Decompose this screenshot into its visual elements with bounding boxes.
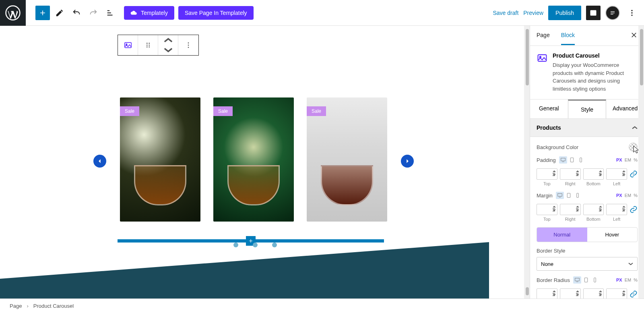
scrollbar-thumb[interactable] bbox=[640, 29, 643, 85]
unit-pct[interactable]: % bbox=[634, 158, 638, 162]
tab-page[interactable]: Page bbox=[537, 26, 550, 45]
padding-unit-selector: PX EM % bbox=[616, 158, 638, 162]
svg-point-8 bbox=[146, 43, 147, 44]
more-options-icon[interactable] bbox=[625, 6, 639, 20]
unit-px[interactable]: PX bbox=[616, 193, 622, 198]
redo-icon[interactable] bbox=[86, 6, 101, 20]
unit-pct[interactable]: % bbox=[634, 193, 638, 198]
scrollbar-thumb[interactable] bbox=[526, 287, 529, 295]
topbar-right: Save draft Preview Publish bbox=[493, 6, 644, 20]
canvas-scrollbar[interactable] bbox=[524, 26, 530, 298]
carousel-dot[interactable] bbox=[253, 243, 258, 247]
unit-em[interactable]: EM bbox=[625, 278, 632, 282]
padding-right-input[interactable] bbox=[560, 168, 581, 180]
chevron-right-icon: › bbox=[27, 303, 28, 309]
list-view-icon[interactable] bbox=[103, 6, 118, 20]
padding-left-input[interactable] bbox=[606, 168, 627, 180]
move-up-down[interactable] bbox=[158, 35, 178, 55]
radius-input-3[interactable] bbox=[583, 288, 604, 298]
decorative-diagonal bbox=[0, 242, 489, 298]
close-sidebar-icon[interactable] bbox=[630, 31, 638, 40]
svg-rect-27 bbox=[594, 278, 596, 282]
bg-color-row: Background Color bbox=[537, 143, 638, 151]
publish-button[interactable]: Publish bbox=[548, 6, 581, 20]
block-toolbar bbox=[118, 35, 199, 56]
save-templately-label: Save Page In Templately bbox=[185, 10, 247, 16]
add-block-button[interactable] bbox=[35, 6, 50, 20]
mobile-icon[interactable] bbox=[577, 156, 585, 164]
breadcrumb-page[interactable]: Page bbox=[10, 303, 22, 309]
product-image bbox=[227, 165, 280, 205]
svg-rect-19 bbox=[561, 158, 565, 161]
tablet-icon[interactable] bbox=[582, 276, 590, 284]
tablet-icon[interactable] bbox=[568, 156, 576, 164]
templately-button[interactable]: Templately bbox=[124, 6, 174, 20]
block-more-icon[interactable] bbox=[178, 35, 198, 55]
border-radius-device-icons bbox=[573, 276, 599, 284]
sidebar-scrollbar[interactable] bbox=[638, 26, 644, 298]
padding-link-icon[interactable] bbox=[630, 170, 638, 178]
tablet-icon[interactable] bbox=[565, 192, 573, 199]
unit-px[interactable]: PX bbox=[616, 158, 622, 162]
undo-icon[interactable] bbox=[69, 6, 84, 20]
desktop-icon[interactable] bbox=[573, 276, 581, 284]
carousel-next-button[interactable] bbox=[401, 155, 414, 168]
padding-top-input[interactable] bbox=[537, 168, 557, 180]
radius-input-4[interactable] bbox=[606, 288, 627, 298]
save-draft-link[interactable]: Save draft bbox=[493, 10, 518, 16]
radius-link-icon[interactable] bbox=[630, 290, 638, 298]
border-radius-row: Border Radius PX EM % bbox=[537, 276, 638, 284]
carousel-prev-button[interactable] bbox=[93, 155, 106, 168]
margin-label: Margin bbox=[537, 193, 553, 199]
cloud-icon bbox=[130, 9, 138, 17]
side-right: Right bbox=[560, 217, 581, 222]
wordpress-logo[interactable] bbox=[0, 0, 26, 26]
border-style-select[interactable]: None bbox=[537, 257, 638, 271]
svg-point-5 bbox=[631, 15, 632, 16]
scrollbar-thumb[interactable] bbox=[526, 29, 529, 85]
block-type-icon[interactable] bbox=[118, 35, 138, 55]
edit-tool-icon[interactable] bbox=[52, 6, 67, 20]
margin-link-icon[interactable] bbox=[630, 205, 638, 214]
save-templately-button[interactable]: Save Page In Templately bbox=[178, 6, 254, 20]
breadcrumb-block[interactable]: Product Carousel bbox=[33, 303, 74, 309]
svg-point-13 bbox=[149, 46, 150, 48]
padding-bottom-input[interactable] bbox=[583, 168, 604, 180]
product-card[interactable]: Sale bbox=[213, 97, 294, 222]
preview-link[interactable]: Preview bbox=[523, 10, 543, 16]
margin-bottom-input[interactable] bbox=[583, 204, 604, 215]
margin-right-input[interactable] bbox=[560, 204, 581, 215]
unit-pct[interactable]: % bbox=[634, 278, 638, 282]
carousel-dot[interactable] bbox=[272, 243, 277, 247]
product-card[interactable]: Sale bbox=[307, 97, 387, 222]
panel-products-header[interactable]: Products bbox=[530, 119, 644, 137]
mobile-icon[interactable] bbox=[591, 276, 599, 284]
margin-top-input[interactable] bbox=[537, 204, 557, 215]
tab-hover[interactable]: Hover bbox=[587, 228, 638, 242]
sidebar-toggle-button[interactable] bbox=[586, 6, 601, 20]
product-carousel: Sale Sale Sale bbox=[101, 97, 407, 222]
margin-left-input[interactable] bbox=[606, 204, 627, 215]
desktop-icon[interactable] bbox=[556, 192, 564, 199]
tab-block[interactable]: Block bbox=[561, 26, 575, 45]
panel-products-body: Background Color Padding PX bbox=[530, 137, 644, 298]
svg-point-12 bbox=[146, 46, 147, 48]
desktop-icon[interactable] bbox=[559, 156, 567, 164]
margin-device-icons bbox=[556, 192, 582, 199]
side-bottom: Bottom bbox=[583, 217, 604, 222]
settings-sidebar: Page Block Product Carousel Display your… bbox=[530, 26, 644, 298]
tab-style[interactable]: Style bbox=[568, 99, 607, 118]
unit-em[interactable]: EM bbox=[625, 158, 632, 162]
state-tabs: Normal Hover bbox=[537, 227, 638, 242]
tab-normal[interactable]: Normal bbox=[537, 228, 587, 242]
carousel-dot[interactable] bbox=[233, 243, 238, 247]
avatar[interactable] bbox=[605, 6, 620, 20]
product-card[interactable]: Sale bbox=[120, 97, 200, 222]
radius-input-1[interactable] bbox=[537, 288, 557, 298]
mobile-icon[interactable] bbox=[574, 192, 582, 199]
drag-handle-icon[interactable] bbox=[138, 35, 158, 55]
unit-em[interactable]: EM bbox=[625, 193, 632, 198]
radius-input-2[interactable] bbox=[560, 288, 581, 298]
tab-general[interactable]: General bbox=[530, 99, 568, 118]
unit-px[interactable]: PX bbox=[616, 278, 622, 282]
